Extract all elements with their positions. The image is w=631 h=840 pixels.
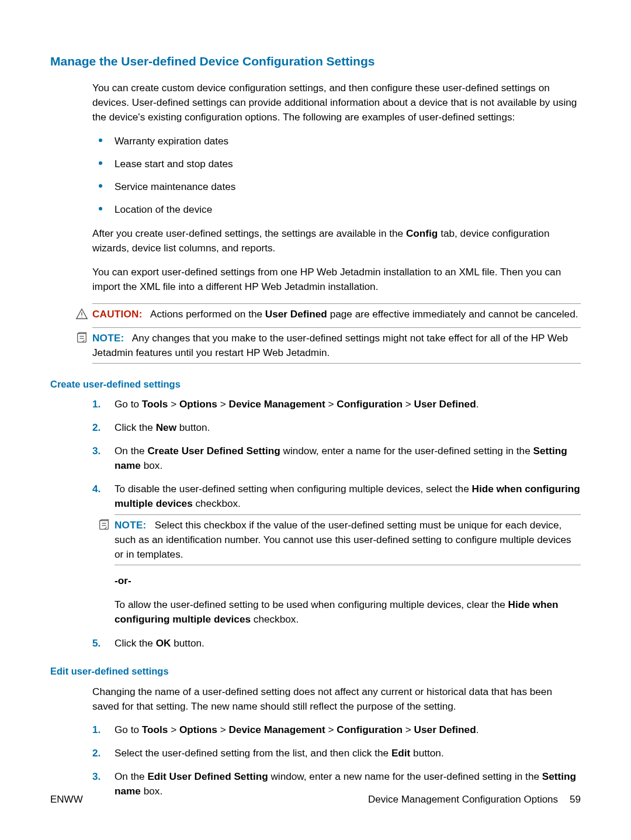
step-item: Select the user-defined setting from the… (92, 746, 581, 761)
note-icon (98, 518, 110, 531)
bold-term: Device Management (229, 398, 325, 410)
note-label: NOTE: (92, 332, 124, 344)
intro-block: You can create custom device configurati… (92, 81, 581, 363)
caution-label: CAUTION: (92, 308, 143, 320)
text-run: checkbox. (251, 613, 299, 625)
text-run: . (476, 724, 479, 735)
text-run: > (168, 724, 179, 735)
list-item: Service maintenance dates (92, 179, 581, 194)
step-item: Click the OK button. (92, 636, 581, 651)
text-run: button. (171, 637, 204, 649)
list-item: Lease start and stop dates (92, 157, 581, 171)
after-list-paragraph-2: You can export user-defined settings fro… (92, 265, 581, 294)
text-run: > (217, 398, 229, 410)
text-run: > (168, 398, 179, 410)
text-run: After you create user-defined settings, … (92, 227, 406, 239)
text-run: > (325, 724, 337, 735)
svg-point-1 (81, 317, 82, 317)
text-run: > (403, 398, 414, 410)
create-steps-list: Go to Tools > Options > Device Managemen… (92, 397, 581, 650)
bold-term: Tools (142, 398, 168, 410)
edit-steps-list: Go to Tools > Options > Device Managemen… (92, 723, 581, 798)
examples-list: Warranty expiration dates Lease start an… (92, 134, 581, 217)
or-separator: -or- (115, 573, 581, 588)
bold-term: Configuration (337, 398, 403, 410)
list-item: Warranty expiration dates (92, 134, 581, 148)
footer-section-title: Device Management Configuration Options (368, 794, 558, 805)
bold-term: Edit (391, 747, 410, 759)
bold-term: Options (179, 398, 217, 410)
step-item: On the Create User Defined Setting windo… (92, 444, 581, 473)
bold-term: Device Management (229, 724, 325, 735)
edit-intro-paragraph: Changing the name of a user-defined sett… (92, 685, 581, 714)
note-label: NOTE: (115, 519, 146, 531)
page-footer: ENWW Device Management Configuration Opt… (50, 793, 581, 807)
text-run: To disable the user-defined setting when… (115, 483, 471, 495)
footer-left: ENWW (50, 793, 83, 807)
text-run: window, enter a new name for the user-de… (268, 770, 542, 782)
bold-term: Tools (142, 724, 168, 735)
page-number: 59 (570, 794, 581, 805)
bold-term: OK (156, 637, 171, 649)
note-callout: NOTE: Any changes that you make to the u… (92, 327, 581, 364)
bold-term: Create User Defined Setting (147, 445, 280, 457)
bold-term: Configuration (337, 724, 403, 735)
subsection-heading-edit: Edit user-defined settings (50, 665, 581, 679)
list-item: Location of the device (92, 202, 581, 217)
text-run: button. (176, 421, 210, 433)
bold-term: Edit User Defined Setting (147, 770, 268, 782)
bold-term: Config (406, 227, 438, 239)
bold-term: User Defined (265, 308, 327, 320)
text-run: Actions performed on the (150, 308, 265, 320)
text-run: button. (410, 747, 443, 759)
text-run: On the (115, 445, 147, 457)
note-text: Select this checkbox if the value of the… (115, 519, 571, 560)
alternative-paragraph: To allow the user-defined setting to be … (115, 597, 581, 627)
section-heading: Manage the User-defined Device Configura… (50, 53, 581, 70)
page-content: Manage the User-defined Device Configura… (0, 0, 631, 798)
text-run: > (217, 724, 229, 735)
caution-callout: CAUTION: Actions performed on the User D… (92, 303, 581, 324)
caution-icon (75, 307, 88, 320)
text-run: Select the user-defined setting from the… (115, 747, 391, 759)
svg-rect-5 (100, 521, 109, 530)
footer-right: Device Management Configuration Options5… (368, 793, 581, 807)
step-item: Click the New button. (92, 420, 581, 435)
text-run: Click the (115, 637, 156, 649)
bold-term: New (156, 421, 176, 433)
text-run: Go to (115, 398, 142, 410)
text-run: Click the (115, 421, 156, 433)
subsection-heading-create: Create user-defined settings (50, 378, 581, 392)
text-run: > (403, 724, 414, 735)
text-run: > (325, 398, 337, 410)
intro-paragraph: You can create custom device configurati… (92, 81, 581, 125)
create-steps-block: Go to Tools > Options > Device Managemen… (92, 397, 581, 650)
bold-term: User Defined (414, 398, 476, 410)
note-icon (75, 331, 88, 344)
after-list-paragraph-1: After you create user-defined settings, … (92, 226, 581, 255)
text-run: checkbox. (193, 497, 241, 509)
bold-term: Options (179, 724, 217, 735)
text-run: . (476, 398, 479, 410)
bold-term: -or- (115, 575, 131, 586)
step-item: Go to Tools > Options > Device Managemen… (92, 397, 581, 412)
step-item: Go to Tools > Options > Device Managemen… (92, 723, 581, 737)
text-run: page are effective immediately and canno… (327, 308, 578, 320)
edit-steps-block: Changing the name of a user-defined sett… (92, 685, 581, 799)
note-text: Any changes that you make to the user-de… (92, 332, 568, 358)
step-item: To disable the user-defined setting when… (92, 482, 581, 627)
note-callout: NOTE: Select this checkbox if the value … (115, 514, 581, 565)
bold-term: User Defined (414, 724, 476, 735)
text-run: box. (141, 459, 162, 471)
text-run: window, enter a name for the user-define… (280, 445, 533, 457)
text-run: Go to (115, 724, 142, 735)
text-run: On the (115, 770, 147, 782)
svg-rect-2 (78, 333, 86, 342)
text-run: To allow the user-defined setting to be … (115, 599, 508, 610)
